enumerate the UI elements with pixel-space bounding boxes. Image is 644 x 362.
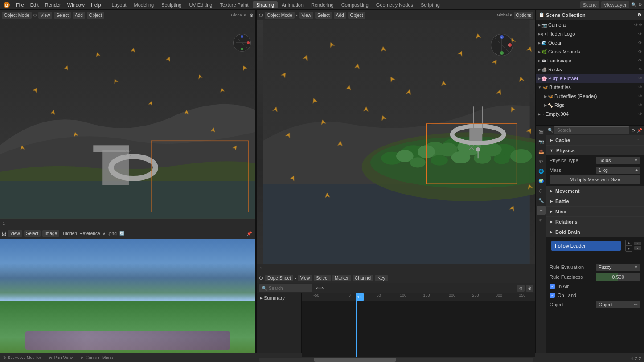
dope-marker-btn[interactable]: Marker <box>332 275 351 281</box>
outliner-filter-icon[interactable]: ⚙ <box>637 12 641 17</box>
ie-image-btn[interactable]: Image <box>42 230 59 237</box>
dope-timeline[interactable]: -50 0 50 100 150 200 250 300 350 <box>302 293 535 357</box>
tab-rendering[interactable]: Rendering <box>308 1 337 8</box>
on-land-checkbox[interactable]: ✓ <box>550 293 555 298</box>
in-air-checkbox[interactable]: ✓ <box>550 284 555 289</box>
oc-v1[interactable]: 👁 <box>638 41 642 45</box>
prop-icon-world[interactable]: 🌍 <box>537 176 546 185</box>
pf-v1[interactable]: 👁 <box>638 76 642 81</box>
viewport-small-canvas[interactable] <box>0 20 255 219</box>
follow-leader-btn[interactable]: Follow Leader <box>551 241 621 251</box>
bfr-v1[interactable]: 👁 <box>638 94 642 98</box>
movement-header[interactable]: ▶ Movement <box>546 186 644 196</box>
tab-shading[interactable]: Shading <box>253 1 278 8</box>
physics-type-value[interactable]: Boids ▼ <box>596 157 640 164</box>
vp-mode-btn[interactable]: Object Mode <box>2 12 32 19</box>
hl-v1[interactable]: 👁 <box>638 32 642 36</box>
playhead[interactable] <box>356 301 357 357</box>
main-nav-gizmo[interactable]: Z X -Z <box>491 34 513 56</box>
rk-v1[interactable]: 👁 <box>638 67 642 72</box>
outliner-grass-mounds[interactable]: ▶ 🌿 Grass Mounds 👁 <box>536 47 644 56</box>
tab-uv-editing[interactable]: UV Editing <box>185 1 216 8</box>
dope-select-btn[interactable]: Select <box>314 275 331 281</box>
view-layer-name[interactable]: ViewLayer <box>601 1 629 8</box>
outliner-ocean[interactable]: ▶ 🌊 Ocean 👁 <box>536 38 644 47</box>
fl-down-btn[interactable]: ▼ <box>626 246 632 251</box>
dope-editor-type[interactable]: Dope Sheet <box>265 275 293 281</box>
physics-expand[interactable]: ⋯ <box>636 148 640 153</box>
bold-brain-header[interactable]: ▶ Bold Brain <box>546 227 644 237</box>
prop-icon-object[interactable]: ⬡ <box>537 186 546 195</box>
tab-animation[interactable]: Animation <box>278 1 307 8</box>
menu-help[interactable]: Help <box>88 1 104 8</box>
menu-window[interactable]: Window <box>65 1 87 8</box>
vpm-view-btn[interactable]: View <box>299 12 314 19</box>
outliner-hidden-logo[interactable]: ▶ 🏷 Hidden Logo 👁 <box>536 29 644 38</box>
dope-key-btn[interactable]: Key <box>375 275 387 281</box>
tab-modeling[interactable]: Modeling <box>131 1 158 8</box>
bf-v1[interactable]: 👁 <box>638 85 642 89</box>
dope-sync-icon[interactable]: ⟺ <box>316 285 324 291</box>
cam-v2[interactable]: ⚙ <box>639 23 642 27</box>
vpm-add-btn[interactable]: Add <box>334 12 346 19</box>
menu-file[interactable]: File <box>13 1 27 8</box>
vpm-options-btn[interactable]: Options <box>514 12 533 19</box>
props-pin-icon[interactable]: 📌 <box>637 128 642 133</box>
scene-name[interactable]: Scene <box>580 1 599 8</box>
relations-header[interactable]: ▶ Relations <box>546 217 644 227</box>
cam-v1[interactable]: 👁 <box>634 23 638 27</box>
props-filter-icon[interactable]: ⚙ <box>631 128 635 133</box>
nav-gizmo[interactable] <box>233 34 251 52</box>
fl-remove-btn[interactable]: - <box>634 246 641 250</box>
dope-view-btn[interactable]: View <box>298 275 312 281</box>
fl-up-btn[interactable]: ▲ <box>626 240 632 246</box>
cache-expand[interactable]: ⋯ <box>636 138 640 142</box>
ie-view-btn[interactable]: View <box>8 230 22 237</box>
prop-icon-view[interactable]: 👁 <box>537 157 546 166</box>
tab-scripting[interactable]: Scripting <box>417 1 443 8</box>
dope-ctrl1[interactable]: ⚙ <box>517 285 525 292</box>
rule-eval-value[interactable]: Fuzzy ▼ <box>596 264 640 271</box>
rule-fuzz-value[interactable]: 0.500 <box>596 273 640 281</box>
dope-ctrl2[interactable]: ⚙ <box>526 285 533 292</box>
tab-layout[interactable]: Layout <box>108 1 130 8</box>
ls-v1[interactable]: 👁 <box>638 58 642 63</box>
menu-render[interactable]: Render <box>42 1 64 8</box>
prop-icon-particles[interactable]: ✦ <box>537 206 546 215</box>
menu-edit[interactable]: Edit <box>28 1 41 8</box>
misc-header[interactable]: ▶ Misc <box>546 207 644 216</box>
outliner-purple-flower[interactable]: ▶ 🌸 Purple Flower 👁 <box>536 74 644 83</box>
mass-increment[interactable]: + <box>635 168 638 173</box>
dope-search-container[interactable]: 🔍 <box>259 284 312 292</box>
dope-search-input[interactable] <box>269 286 304 291</box>
em-v1[interactable]: 👁 <box>638 112 642 116</box>
prop-icon-scene[interactable]: 🎬 <box>537 127 546 136</box>
tab-compositing[interactable]: Compositing <box>338 1 372 8</box>
physics-header[interactable]: ▼ Physics ⋯ <box>546 146 644 155</box>
ie-select-btn[interactable]: Select <box>24 230 41 237</box>
prop-icon-scene2[interactable]: 🌐 <box>537 167 546 175</box>
vpm-mode-btn[interactable]: Object Mode <box>265 12 295 19</box>
dope-scrollbar-thumb[interactable] <box>314 358 396 362</box>
outliner-butterflies-render[interactable]: ▶ 🦋 Butterflies (Render) 👁 <box>536 92 644 101</box>
dope-scrollbar-track[interactable] <box>259 358 533 362</box>
tab-geometry-nodes[interactable]: Geometry Nodes <box>373 1 417 8</box>
mass-value[interactable]: 1 kg + <box>596 167 640 174</box>
ie-pin-icon[interactable]: 📌 <box>246 231 252 236</box>
vp-select-btn[interactable]: Select <box>54 12 71 19</box>
dope-summary-item[interactable]: ▶ Summary <box>257 294 301 302</box>
object-edit-icon[interactable]: ✏ <box>634 302 638 307</box>
outliner-butterflies[interactable]: ▼ 🦋 Butterflies 👁 <box>536 83 644 92</box>
blender-logo[interactable]: B <box>2 0 12 10</box>
prop-icon-render[interactable]: 📷 <box>537 137 546 146</box>
vpm-select-btn[interactable]: Select <box>315 12 332 19</box>
fl-add-btn[interactable]: + <box>634 242 641 245</box>
timeline-body[interactable] <box>302 301 535 357</box>
tab-texture-paint[interactable]: Texture Paint <box>216 1 252 8</box>
prop-icon-physics[interactable]: ⚛ <box>537 216 546 224</box>
image-editor-canvas[interactable]: h <box>0 239 255 362</box>
outliner-landscape[interactable]: ▶ 🏔 Landscape 👁 <box>536 56 644 65</box>
rg-v1[interactable]: 👁 <box>638 103 642 107</box>
vp-object-btn[interactable]: Object <box>87 12 104 19</box>
outliner-rocks[interactable]: ▶ 🪨 Rocks 👁 <box>536 65 644 74</box>
